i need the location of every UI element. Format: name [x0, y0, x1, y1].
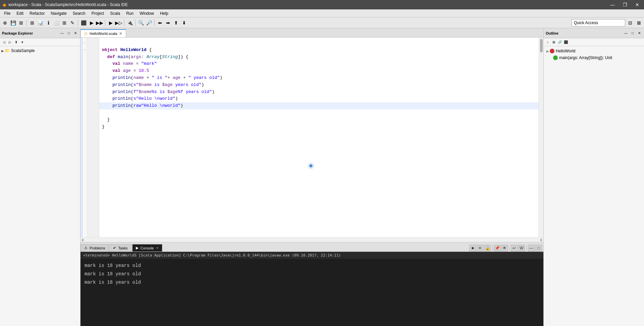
tab-tasks[interactable]: ✔ Tasks — [109, 244, 131, 251]
minimize-button[interactable]: — — [608, 1, 617, 8]
outline-link-btn[interactable]: 🔗 — [557, 40, 562, 45]
editor-tabs: ⬡ HelloWorld.scala ✕ — [80, 28, 543, 38]
title-bar: ◆ workspace - Scala - ScalaSample/src/He… — [0, 0, 644, 9]
line-numbers — [87, 38, 99, 237]
toolbar-run-btn[interactable]: ▶ — [107, 19, 114, 27]
toolbar-box-btn[interactable]: ⬜ — [53, 19, 60, 27]
maximize-button[interactable]: ❐ — [621, 1, 629, 8]
toolbar-sep — [492, 245, 492, 251]
toolbar-debug-btn[interactable]: ⬛ — [80, 19, 87, 27]
package-explorer-title: Package Explorer — [2, 31, 58, 35]
tab-tasks-label: Tasks — [118, 246, 127, 250]
hscrollbar-thumb[interactable] — [82, 239, 84, 241]
toolbar-chart-btn[interactable]: 📊 — [37, 19, 44, 27]
console-pin-btn[interactable]: 📌 — [494, 245, 500, 251]
toolbar-right: Quick Access ⊟ ⊠ — [572, 19, 643, 27]
menu-file[interactable]: File — [1, 10, 13, 16]
panel-forward-btn[interactable]: ▷ — [7, 40, 13, 45]
title-bar-controls[interactable]: — ❐ ✕ — [608, 1, 641, 8]
menu-edit[interactable]: Edit — [14, 10, 26, 16]
outline-collapse-btn[interactable]: ⬛ — [563, 40, 569, 45]
editor-collapse-col: − − — [83, 38, 87, 237]
tab-console-close[interactable]: ✕ — [156, 246, 159, 250]
panel-minimize-btn[interactable]: — — [59, 31, 65, 36]
menu-project[interactable]: Project — [89, 10, 107, 16]
tab-console-icon: ▶ — [136, 246, 139, 250]
toolbar-layout-btn[interactable]: ⊟ — [627, 19, 634, 27]
editor-code[interactable]: object HelloWorld { def main(args: Array… — [99, 38, 539, 237]
panel-up-btn[interactable]: ⬆ — [13, 40, 19, 45]
toolbar-debug2-btn[interactable]: ▶ — [88, 19, 95, 27]
toolbar-debug3-btn[interactable]: ▶▶ — [96, 19, 103, 27]
console-view-btn[interactable]: 👁 — [501, 245, 508, 251]
outline-maximize-btn[interactable]: □ — [630, 31, 635, 36]
scrollbar-thumb[interactable] — [540, 39, 543, 52]
toolbar-run2-btn[interactable]: ▶▷ — [115, 19, 122, 27]
tab-close-btn[interactable]: ✕ — [119, 31, 122, 36]
editor-scrollbar[interactable] — [539, 38, 543, 237]
toolbar-sep5 — [135, 19, 136, 26]
toolbar-search2-btn[interactable]: 🔎 — [145, 19, 153, 27]
menu-help[interactable]: Help — [157, 10, 171, 16]
console-stop-btn[interactable]: ■ — [469, 245, 476, 251]
menu-window[interactable]: Window — [137, 10, 157, 16]
quick-access-label: Quick Access — [574, 20, 598, 25]
console-wrap-btn[interactable]: ↩ — [511, 245, 518, 251]
outline-close-btn[interactable]: ✕ — [637, 31, 642, 36]
outline-sort-btn[interactable]: ↕ — [545, 40, 550, 45]
main-layout: Package Explorer — □ ✕ ◁ ▷ ⬆ ▾ ▶ 📁 Scala… — [0, 28, 644, 326]
toolbar-arrow4-btn[interactable]: ⬇ — [180, 19, 188, 27]
quick-access-input[interactable]: Quick Access — [572, 19, 625, 27]
toolbar-arrow-left-btn[interactable]: ⬅ — [156, 19, 164, 27]
app-icon: ◆ — [3, 2, 6, 7]
menu-refactor[interactable]: Refactor — [27, 10, 47, 16]
close-button[interactable]: ✕ — [633, 1, 641, 8]
editor-area[interactable]: − − — [80, 38, 543, 237]
menu-search[interactable]: Search — [70, 10, 88, 16]
menu-run[interactable]: Run — [123, 10, 136, 16]
tab-tasks-icon: ✔ — [113, 246, 116, 250]
panel-filter-btn[interactable]: ▾ — [19, 40, 25, 45]
toolbar-arrow-right-btn[interactable]: ➡ — [164, 19, 172, 27]
bottom-tabs: ⚠ Problems ✔ Tasks ▶ Console ✕ — [80, 242, 543, 252]
editor-tab-helloworld[interactable]: ⬡ HelloWorld.scala ✕ — [80, 29, 126, 37]
bottom-tabs-toolbar: ■ ✕ 🔒 📌 👁 ↩ W — □ — [469, 245, 543, 251]
console-word-btn[interactable]: W — [518, 245, 525, 251]
left-panel: Package Explorer — □ ✕ ◁ ▷ ⬆ ▾ ▶ 📁 Scala… — [0, 28, 80, 326]
bottom-panel: ⚠ Problems ✔ Tasks ▶ Console ✕ — [80, 242, 543, 326]
panel-maximize-btn[interactable]: □ — [66, 31, 71, 36]
tree-arrow-scalasample: ▶ — [1, 49, 4, 53]
tree-icon-project: 📁 — [5, 48, 10, 53]
panel-back-btn[interactable]: ◁ — [1, 40, 7, 45]
outline-minimize-btn[interactable]: — — [623, 31, 629, 36]
tab-console[interactable]: ▶ Console ✕ — [132, 244, 162, 251]
toolbar-plug-btn[interactable]: 🔌 — [126, 19, 133, 27]
toolbar-search-btn[interactable]: 🔍 — [137, 19, 145, 27]
outline-filter-btn[interactable]: ⊞ — [551, 40, 556, 45]
panel-close-btn[interactable]: ✕ — [73, 31, 78, 36]
tree-item-scalasample[interactable]: ▶ 📁 ScalaSample — [0, 48, 80, 54]
toolbar-arrow3-btn[interactable]: ⬆ — [172, 19, 180, 27]
outline-item-helloworld[interactable]: ▶ HelloWorld — [544, 48, 644, 54]
toolbar-save-all-btn[interactable]: ⊞ — [17, 19, 25, 27]
toolbar-sep1 — [26, 19, 27, 26]
console-scroll-lock-btn[interactable]: 🔒 — [484, 245, 491, 251]
toolbar-new-btn[interactable]: ⊕ — [1, 19, 9, 27]
editor-hscrollbar[interactable] — [80, 237, 543, 242]
console-maximize-btn[interactable]: □ — [535, 245, 542, 251]
menu-scala[interactable]: Scala — [107, 10, 123, 16]
toolbar-save-btn[interactable]: 💾 — [9, 19, 17, 27]
toolbar-sep2 — [78, 19, 78, 26]
toolbar-perspective-btn[interactable]: ⊠ — [635, 19, 643, 27]
console-output: mark is 18 years old mark is 18 years ol… — [80, 259, 543, 326]
outline-item-main[interactable]: main(args: Array[String]): Unit — [544, 54, 644, 61]
console-clear-btn[interactable]: ✕ — [477, 245, 483, 251]
toolbar-info-btn[interactable]: ℹ — [45, 19, 52, 27]
toolbar-grid-btn[interactable]: ⊞ — [29, 19, 36, 27]
toolbar-ext-btn[interactable]: ⊞ — [61, 19, 68, 27]
center-area: ⬡ HelloWorld.scala ✕ − − — [80, 28, 543, 326]
menu-navigate[interactable]: Navigate — [48, 10, 69, 16]
toolbar-pen-btn[interactable]: ✎ — [69, 19, 76, 27]
tab-problems[interactable]: ⚠ Problems — [80, 244, 109, 251]
console-minimize-btn[interactable]: — — [528, 245, 535, 251]
